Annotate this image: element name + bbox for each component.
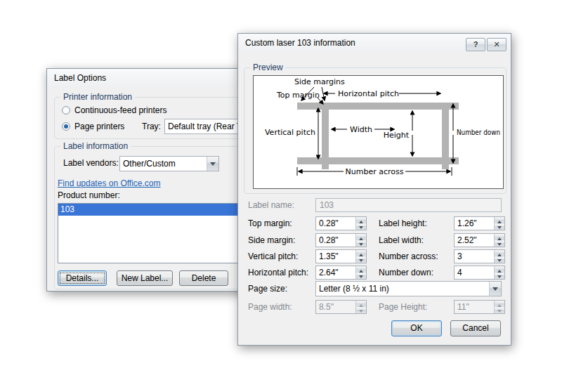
radio-page-printers-label: Page printers [74,122,124,131]
label-options-dialog: Label Options Printer information Contin… [46,68,258,292]
custom-label-dialog: Custom laser 103 information ? ✕ Preview [237,33,511,346]
up-arrow-icon [359,302,363,307]
down-arrow-icon [359,243,363,248]
spin-down-button [495,307,504,313]
page-size-label: Page size: [248,282,287,296]
spin-down-button[interactable] [356,273,366,279]
label-name-value: 103 [320,200,334,210]
vertical-pitch-label: Vertical pitch: [248,249,298,263]
page-height-value: 11" [457,302,493,312]
details-button[interactable]: Details... [58,270,107,286]
spin-down-button[interactable] [356,223,366,230]
annotation-number-across: Number across [346,167,404,176]
spin-up-button [356,301,366,307]
spin-up-button[interactable] [495,234,504,240]
number-across-spinner[interactable]: 3 [454,249,505,263]
down-arrow-icon [497,275,502,280]
page-size-combobox[interactable]: Letter (8 ½ x 11 in) [315,281,502,296]
printer-information-group: Printer information Continuous-feed prin… [54,97,251,139]
label-width-label: Label width: [379,233,424,247]
horizontal-pitch-spinner[interactable]: 2.64" [315,266,367,280]
spin-down-button[interactable] [356,256,366,263]
help-icon: ? [473,40,478,48]
spin-buttons [494,301,504,313]
ok-button[interactable]: OK [391,320,442,336]
label-vendors-dropdown-button[interactable] [207,157,218,171]
down-arrow-icon [497,243,502,248]
horizontal-pitch-label: Horizontal pitch: [248,266,308,280]
product-number-listbox[interactable]: 103 [58,203,247,263]
number-down-spinner[interactable]: 4 [454,266,505,280]
label-diagram-svg: Side margins Top margin Horizontal pitch… [254,76,502,187]
spin-buttons [355,234,366,247]
annotation-vertical-pitch: Vertical pitch [265,128,315,137]
label-information-group: Label information Label vendors: Other/C… [54,146,251,289]
page-width-value: 8.5" [319,302,355,312]
spin-up-button[interactable] [356,266,366,273]
up-arrow-icon [359,251,363,256]
down-arrow-icon [497,226,502,231]
annotation-top-margin: Top margin [276,91,320,100]
spin-buttons [494,217,504,230]
page-size-dropdown-button[interactable] [489,282,501,296]
label-name-field: 103 [315,198,502,212]
top-margin-spinner[interactable]: 0.28" [315,216,367,230]
spin-down-button[interactable] [356,240,366,247]
side-margin-value: 0.28" [319,235,355,245]
down-arrow-icon [359,259,363,264]
annotation-side-margins: Side margins [294,77,345,86]
up-arrow-icon [497,251,502,256]
spin-buttons [494,234,504,247]
radio-unchecked-icon [62,106,70,114]
product-list-item[interactable]: 103 [58,204,247,216]
top-margin-label: Top margin: [248,216,292,230]
close-button[interactable]: ✕ [487,38,507,51]
up-arrow-icon [359,235,363,240]
down-arrow-icon [359,275,363,280]
down-arrow-icon [497,259,502,264]
find-updates-link[interactable]: Find updates on Office.com [58,178,161,188]
label-vendors-combobox[interactable]: Other/Custom [119,156,219,171]
spin-up-button[interactable] [495,250,504,256]
vertical-pitch-spinner[interactable]: 1.35" [315,249,367,263]
down-arrow-icon [359,226,363,231]
spin-down-button[interactable] [495,273,504,279]
spin-up-button[interactable] [356,217,366,223]
spin-up-button[interactable] [495,217,504,223]
delete-button[interactable]: Delete [179,270,228,286]
up-arrow-icon [359,268,363,273]
spin-up-button[interactable] [495,266,504,273]
top-margin-value: 0.28" [319,218,355,228]
label-width-value: 2.52" [457,235,493,245]
page-height-label: Page Height: [379,300,427,314]
number-down-value: 4 [457,268,493,277]
tray-value: Default tray (Rear T [168,122,240,131]
label-name-label: Label name: [248,198,294,212]
cancel-button[interactable]: Cancel [450,320,501,336]
spin-buttons [494,250,504,263]
spin-buttons [355,250,366,263]
number-down-label: Number down: [379,266,433,280]
label-height-spinner[interactable]: 1.26" [454,216,505,230]
label-width-spinner[interactable]: 2.52" [454,233,505,247]
spin-down-button[interactable] [495,223,504,230]
page-width-label: Page width: [248,300,292,314]
spin-up-button[interactable] [356,250,366,256]
annotation-horizontal-pitch: Horizontal pitch [338,89,399,98]
close-icon: ✕ [493,40,499,48]
spin-up-button[interactable] [356,234,366,240]
spin-down-button[interactable] [495,240,504,247]
new-label-button[interactable]: New Label... [117,270,173,286]
side-margin-label: Side margin: [248,233,295,247]
spin-down-button [356,307,366,313]
side-margin-spinner[interactable]: 0.28" [315,233,367,247]
label-options-titlebar[interactable]: Label Options [47,69,257,87]
spin-buttons [355,217,366,230]
product-number-label: Product number: [58,188,120,202]
spin-down-button[interactable] [495,256,504,263]
chevron-down-icon [492,287,498,294]
spin-buttons [355,266,366,279]
number-across-value: 3 [457,251,493,261]
help-button[interactable]: ? [466,38,485,51]
up-arrow-icon [497,218,502,223]
